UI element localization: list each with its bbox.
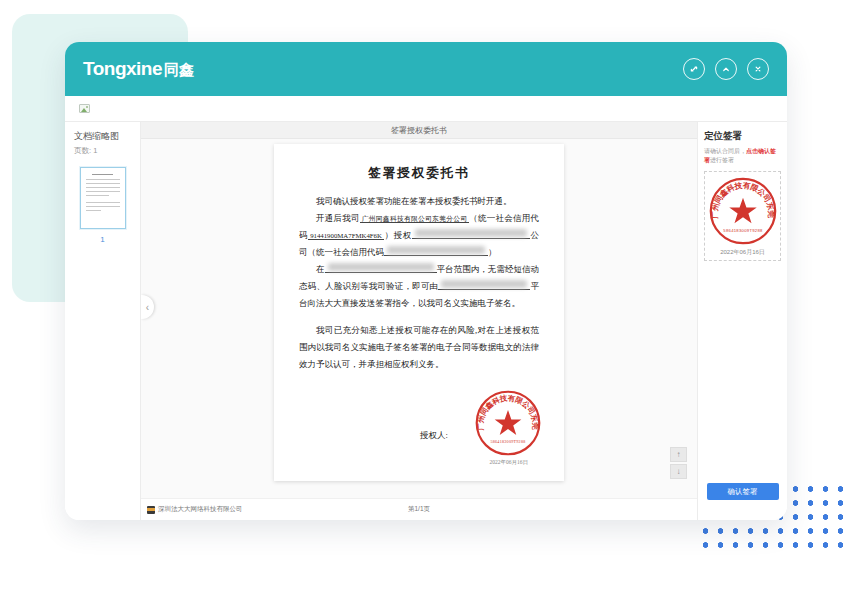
sign-position-panel: 定位签署 请确认合同后，点击确认签署进行签署 广州同鑫科技有限公司东莞分公司 5… bbox=[697, 122, 787, 520]
document-viewer: 签署授权委托书 ‹ ↑ ↓ 签署授权委托书 我司确认授权签署功能在签署本授权委托… bbox=[141, 122, 697, 520]
page-thumbnail[interactable] bbox=[80, 167, 126, 229]
chevron-up-icon bbox=[720, 63, 732, 75]
credit-code-fill: 91441900MA7FMK4F6K bbox=[308, 232, 384, 240]
redacted-blank bbox=[325, 263, 437, 273]
thumbnail-text-line bbox=[92, 174, 112, 175]
seal-preview-date: 2022年06月16日 bbox=[707, 248, 778, 257]
fadada-logo-icon bbox=[147, 506, 155, 514]
close-button[interactable] bbox=[747, 58, 769, 80]
logo-text-en: Tongxine bbox=[83, 58, 162, 80]
expand-button[interactable] bbox=[683, 58, 705, 80]
dialog-header: Tongxine 同鑫 bbox=[65, 42, 787, 96]
collapse-up-button[interactable] bbox=[715, 58, 737, 80]
broken-image-icon bbox=[79, 104, 90, 113]
expand-icon bbox=[688, 63, 700, 75]
signer-label: 授权人: bbox=[420, 427, 448, 444]
logo-text-cn: 同鑫 bbox=[164, 61, 194, 80]
document-paragraph-1: 我司确认授权签署功能在签署本授权委托书时开通。 bbox=[299, 193, 539, 210]
viewer-toolbar-title: 签署授权委托书 bbox=[141, 122, 697, 139]
page-navigation: ↑ ↓ bbox=[670, 447, 687, 479]
document-paragraph-3: 在平台范围内，无需经短信动态码、人脸识别等我司验证，即可由平台向法大大直接发送签… bbox=[299, 261, 539, 312]
desktop-background: Tongxine 同鑫 bbox=[0, 0, 850, 594]
page-down-button[interactable]: ↓ bbox=[670, 464, 687, 479]
main-area: 文档缩略图 页数: 1 1 签署授权委托书 bbox=[65, 122, 787, 520]
redacted-blank bbox=[384, 246, 488, 256]
viewer-canvas: ‹ ↑ ↓ 签署授权委托书 我司确认授权签署功能在签署本授权委托书时开通。 开通… bbox=[141, 139, 697, 498]
confirm-sign-button[interactable]: 确认签署 bbox=[707, 483, 779, 500]
signer-block: 授权人: 广州同鑫科技有限公司东莞分公司 5864183009T9288 202… bbox=[420, 389, 546, 475]
thumbnail-panel: 文档缩略图 页数: 1 1 bbox=[65, 122, 141, 520]
top-strip bbox=[65, 96, 787, 122]
company-name-fill: 广州同鑫科技有限公司东莞分公司 bbox=[360, 215, 470, 223]
document-page: 签署授权委托书 我司确认授权签署功能在签署本授权委托书时开通。 开通后我司广州同… bbox=[274, 144, 564, 481]
footer-company-name: 深圳法大大网络科技有限公司 bbox=[158, 505, 243, 514]
svg-text:5864183009T9288: 5864183009T9288 bbox=[723, 228, 763, 233]
seal-preview-box[interactable]: 广州同鑫科技有限公司东莞分公司 5864183009T9288 2022年06月… bbox=[704, 171, 781, 261]
sign-panel-hint: 请确认合同后，点击确认签署进行签署 bbox=[704, 147, 781, 165]
company-seal-preview: 广州同鑫科技有限公司东莞分公司 5864183009T9288 bbox=[708, 176, 778, 246]
redacted-blank bbox=[412, 229, 530, 239]
viewer-footer: 深圳法大大网络科技有限公司 第1/1页 bbox=[141, 498, 697, 520]
company-seal-image: 广州同鑫科技有限公司东莞分公司 5864183009T9288 bbox=[474, 389, 542, 457]
footer-page-indicator: 第1/1页 bbox=[408, 505, 430, 514]
close-icon bbox=[752, 63, 764, 75]
seal-date: 2022年06月16日 bbox=[490, 454, 529, 471]
redacted-blank bbox=[438, 280, 530, 290]
document-paragraph-risk: 我司已充分知悉上述授权可能存在的风险,对在上述授权范围内以我司名义实施电子签名签… bbox=[299, 322, 539, 373]
signing-dialog: Tongxine 同鑫 bbox=[65, 42, 787, 520]
thumbnail-panel-title: 文档缩略图 bbox=[74, 130, 131, 143]
document-paragraph-2: 开通后我司广州同鑫科技有限公司东莞分公司（统一社会信用代码91441900MA7… bbox=[299, 210, 539, 261]
page-count-label: 页数: 1 bbox=[74, 146, 131, 156]
page-up-button[interactable]: ↑ bbox=[670, 447, 687, 462]
sign-panel-title: 定位签署 bbox=[704, 130, 781, 143]
document-title: 签署授权委托书 bbox=[299, 166, 539, 181]
thumbnail-page-number: 1 bbox=[74, 235, 131, 244]
sidebar-collapse-handle[interactable]: ‹ bbox=[141, 295, 154, 319]
window-controls bbox=[683, 58, 769, 80]
tongxine-logo: Tongxine 同鑫 bbox=[83, 58, 194, 80]
svg-text:5864183009T9288: 5864183009T9288 bbox=[490, 439, 525, 444]
